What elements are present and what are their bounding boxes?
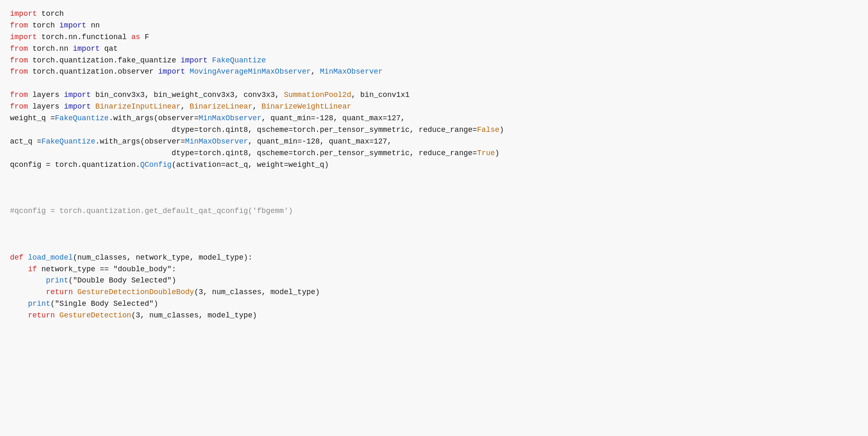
fn-load-model: load_model — [28, 253, 73, 262]
class-summationpool: SummationPool2d — [284, 91, 351, 99]
ref-minmax-2: MinMaxObserver — [185, 137, 248, 146]
keyword-if: if — [28, 265, 37, 273]
ref-fakequantize-1: FakeQuantize — [55, 114, 109, 122]
fn-print-2: print — [28, 300, 50, 308]
keyword-from-1: from — [10, 21, 28, 30]
class-gesturedetectiondoublebody: GestureDetectionDoubleBody — [77, 288, 194, 296]
keyword-from-6: from — [10, 102, 28, 111]
fn-print-1: print — [46, 276, 68, 285]
class-binarizeinput: BinarizeInputLinear — [95, 102, 180, 111]
keyword-import-8: import — [64, 102, 91, 111]
class-movingavg: MovingAverageMinMaxObserver — [190, 67, 311, 76]
keyword-import-2: import — [59, 21, 86, 30]
keyword-import-5: import — [180, 56, 207, 64]
keyword-return-2: return — [28, 311, 55, 320]
keyword-from-2: from — [10, 45, 28, 53]
keyword-import-7: import — [64, 91, 91, 99]
keyword-def: def — [10, 253, 23, 262]
keyword-from-4: from — [10, 67, 28, 76]
ref-fakequantize-2: FakeQuantize — [42, 137, 96, 146]
keyword-import: import — [10, 10, 37, 18]
keyword-from-5: from — [10, 91, 28, 99]
bool-false-1: False — [477, 126, 499, 134]
keyword-return-1: return — [46, 288, 73, 296]
class-minmax: MinMaxObserver — [320, 67, 382, 76]
keyword-as: as — [131, 33, 141, 41]
code-editor: import torch from torch import nn import… — [10, 8, 858, 322]
class-binarizeweight: BinarizeWeightLinear — [261, 102, 351, 111]
bool-true-1: True — [477, 149, 495, 157]
keyword-import-3: import — [10, 33, 37, 41]
ref-qconfig: QConfig — [140, 161, 172, 169]
ref-minmax-1: MinMaxObserver — [199, 114, 261, 122]
class-fakequantize: FakeQuantize — [212, 56, 266, 64]
keyword-from-3: from — [10, 56, 28, 64]
keyword-import-6: import — [158, 67, 185, 76]
class-binarizelinear: BinarizeLinear — [190, 102, 252, 111]
keyword-import-4: import — [73, 45, 100, 53]
comment-qconfig: #qconfig = torch.quantization.get_defaul… — [10, 207, 293, 215]
class-gesturedetection: GestureDetection — [59, 311, 131, 320]
